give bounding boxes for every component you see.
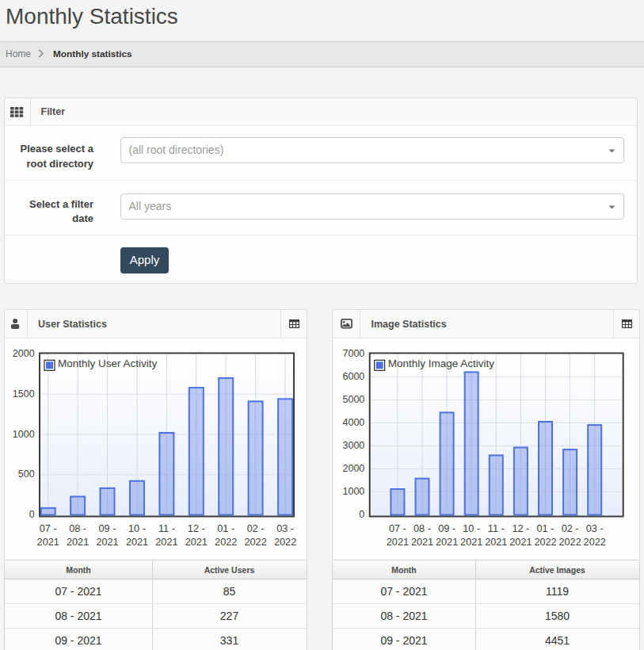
svg-text:10 -: 10 - bbox=[463, 523, 480, 534]
svg-text:11 -: 11 - bbox=[488, 523, 505, 534]
svg-text:0: 0 bbox=[29, 509, 35, 520]
svg-text:2022: 2022 bbox=[584, 537, 606, 548]
svg-text:2021: 2021 bbox=[509, 537, 532, 548]
svg-text:4000: 4000 bbox=[342, 417, 364, 428]
svg-text:3000: 3000 bbox=[342, 440, 364, 451]
svg-text:07 -: 07 - bbox=[389, 523, 406, 534]
svg-text:10 -: 10 - bbox=[128, 523, 146, 534]
svg-text:1000: 1000 bbox=[342, 486, 364, 497]
svg-text:2021: 2021 bbox=[96, 537, 118, 548]
svg-text:500: 500 bbox=[18, 468, 35, 480]
svg-text:2021: 2021 bbox=[185, 537, 208, 548]
svg-text:01 -: 01 - bbox=[217, 523, 234, 534]
svg-text:2021: 2021 bbox=[126, 537, 148, 548]
svg-text:2021: 2021 bbox=[485, 537, 507, 548]
svg-text:09 -: 09 - bbox=[438, 523, 455, 534]
svg-text:07 -: 07 - bbox=[40, 523, 57, 534]
svg-text:2022: 2022 bbox=[244, 537, 266, 548]
svg-text:2022: 2022 bbox=[558, 537, 581, 548]
svg-text:2021: 2021 bbox=[387, 537, 409, 548]
svg-text:02 -: 02 - bbox=[562, 523, 579, 534]
svg-text:03 -: 03 - bbox=[586, 523, 604, 534]
svg-text:02 -: 02 - bbox=[247, 523, 265, 534]
svg-text:01 -: 01 - bbox=[537, 523, 554, 534]
svg-text:03 -: 03 - bbox=[276, 523, 294, 534]
svg-text:1000: 1000 bbox=[13, 429, 35, 440]
svg-text:Monthly User Activity: Monthly User Activity bbox=[58, 358, 158, 369]
svg-text:2021: 2021 bbox=[411, 537, 433, 548]
svg-text:1500: 1500 bbox=[13, 388, 35, 400]
svg-text:08 -: 08 - bbox=[413, 523, 431, 534]
svg-text:2000: 2000 bbox=[13, 348, 35, 359]
svg-text:12 -: 12 - bbox=[512, 523, 529, 534]
svg-text:6000: 6000 bbox=[342, 371, 364, 382]
svg-text:2021: 2021 bbox=[37, 537, 59, 548]
svg-text:11 -: 11 - bbox=[158, 523, 175, 534]
svg-text:2022: 2022 bbox=[534, 537, 556, 548]
svg-text:2000: 2000 bbox=[342, 463, 364, 474]
svg-text:2022: 2022 bbox=[215, 537, 237, 548]
svg-text:2021: 2021 bbox=[436, 537, 458, 548]
svg-text:12 -: 12 - bbox=[188, 523, 205, 534]
svg-text:08 -: 08 - bbox=[69, 523, 86, 534]
svg-text:0: 0 bbox=[359, 509, 364, 520]
svg-text:2021: 2021 bbox=[155, 537, 177, 548]
svg-text:Monthly Image Activity: Monthly Image Activity bbox=[388, 358, 495, 369]
svg-text:09 -: 09 - bbox=[99, 523, 116, 534]
svg-text:2022: 2022 bbox=[274, 537, 296, 548]
svg-text:2021: 2021 bbox=[460, 537, 482, 548]
svg-text:5000: 5000 bbox=[342, 394, 364, 405]
svg-text:2021: 2021 bbox=[67, 537, 89, 548]
svg-text:7000: 7000 bbox=[342, 348, 364, 359]
